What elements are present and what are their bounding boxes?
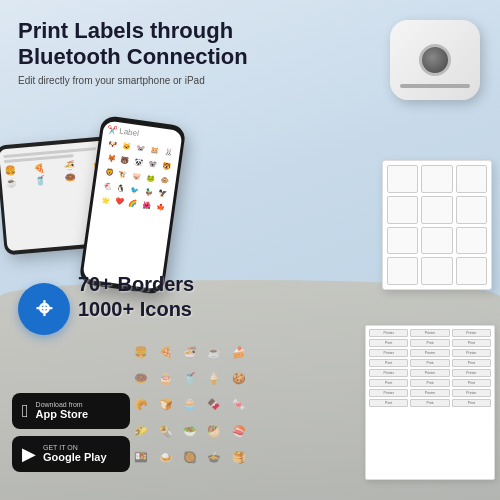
grid-icon: 🥞 <box>228 446 250 470</box>
download-buttons-area:  Download from App Store ▶ GET IT ON Go… <box>12 393 130 472</box>
grid-icon: 🍞 <box>154 393 176 417</box>
grid-icon: 🍛 <box>154 446 176 470</box>
phone-icon: 🐰 <box>162 146 176 160</box>
label-item: Printer <box>369 369 408 377</box>
label-item: Print <box>410 339 449 347</box>
bluetooth-symbol: ⌖ <box>36 295 52 323</box>
bluetooth-icon: ⌖ <box>18 283 70 335</box>
headline-title: Print Labels through Bluetooth Connectio… <box>18 18 340 71</box>
app-store-button[interactable]:  Download from App Store <box>12 393 130 429</box>
label-item: Print <box>410 359 449 367</box>
phone-icon: ❤️ <box>112 195 126 209</box>
label-item: Print <box>410 379 449 387</box>
label-item: Printer <box>369 329 408 337</box>
label-item: Printer <box>452 349 491 357</box>
phone-icon: 🐶 <box>106 138 120 152</box>
label-item: Print <box>452 359 491 367</box>
phone-icon: 🐸 <box>144 172 158 186</box>
phone-icon: 🐼 <box>132 156 146 170</box>
app-store-small-label: Download from <box>36 401 89 408</box>
phone-icon: 🐷 <box>130 170 144 184</box>
label-row: Printer Printer Printer <box>369 369 491 377</box>
grid-icon: 🍬 <box>228 393 250 417</box>
label-sheet-bottom: Printer Printer Printer Print Print Prin… <box>365 325 495 480</box>
printer-lens <box>419 44 451 76</box>
grid-icon: 🍣 <box>228 419 250 443</box>
borders-stat: 70+ Borders <box>78 272 194 297</box>
icons-stat: 1000+ Icons <box>78 297 194 322</box>
google-play-large-label: Google Play <box>43 451 107 464</box>
grid-icon: 🍩 <box>130 366 152 390</box>
printer-body <box>390 20 480 100</box>
phone-icon: 🐭 <box>134 142 148 156</box>
label-item: Print <box>369 359 408 367</box>
label-row: Printer Printer Printer <box>369 329 491 337</box>
phone-icon: 🌺 <box>140 199 154 213</box>
label-row: Print Print Print <box>369 339 491 347</box>
phone-icon: 🦅 <box>156 187 170 201</box>
grid-icon: 🍦 <box>203 366 225 390</box>
label-sheet-top <box>382 160 492 290</box>
label-item: Print <box>452 339 491 347</box>
phone-icon: 🐵 <box>158 173 172 187</box>
label-item: Printer <box>369 389 408 397</box>
label-cell <box>387 257 418 285</box>
grid-icon: 🍔 <box>130 340 152 364</box>
label-cell <box>456 196 487 224</box>
phone-icon: 🦁 <box>103 166 117 180</box>
phone-icon: 🐔 <box>101 180 115 194</box>
label-item: Printer <box>452 369 491 377</box>
label-item: Printer <box>452 389 491 397</box>
google-play-icon: ▶ <box>22 443 36 465</box>
label-item: Print <box>452 399 491 407</box>
label-item: Printer <box>452 329 491 337</box>
label-item: Print <box>369 339 408 347</box>
phone-icons-grid: 🐶 🐱 🐭 🐹 🐰 🦊 🐻 🐼 🐨 🐯 🦁 🐮 🐷 🐸 🐵 🐔 🐧 🐦 🦆 🦅 … <box>96 136 176 217</box>
grid-icon: 🍕 <box>154 340 176 364</box>
grid-icon: 🍱 <box>130 446 152 470</box>
label-item: Printer <box>410 369 449 377</box>
label-cell <box>387 196 418 224</box>
label-row: Printer Printer Printer <box>369 389 491 397</box>
google-play-button[interactable]: ▶ GET IT ON Google Play <box>12 436 130 472</box>
label-item: Printer <box>410 349 449 357</box>
grid-icon: 🥤 <box>179 366 201 390</box>
grid-icon: 🍫 <box>203 393 225 417</box>
phone-icon: 🌟 <box>99 193 113 207</box>
grid-icon: 🌯 <box>154 419 176 443</box>
label-item: Printer <box>410 329 449 337</box>
label-item: Printer <box>410 389 449 397</box>
label-item: Print <box>369 399 408 407</box>
phone-icon: 🦊 <box>104 152 118 166</box>
app-store-large-label: App Store <box>36 408 89 421</box>
phone-icon: 🍁 <box>154 201 168 215</box>
headline-subtitle: Edit directly from your smartphone or iP… <box>18 75 340 86</box>
icon-grid: 🍔 🍕 🍜 ☕ 🍰 🍩 🎂 🥤 🍦 🍪 🥐 🍞 🧁 🍫 🍬 🌮 🌯 🥗 🥙 🍣 … <box>130 340 250 470</box>
label-item: Print <box>410 399 449 407</box>
grid-icon: 🍰 <box>228 340 250 364</box>
apple-icon:  <box>22 401 29 422</box>
label-cell <box>421 227 452 255</box>
phone-icon: 🐱 <box>120 140 134 154</box>
label-item: Print <box>452 379 491 387</box>
label-cell <box>421 165 452 193</box>
phone-icon: 🐦 <box>128 183 142 197</box>
grid-icon: 🎂 <box>154 366 176 390</box>
grid-icon: 🥘 <box>179 446 201 470</box>
grid-icon: 🧁 <box>179 393 201 417</box>
label-cell <box>456 227 487 255</box>
label-row: Print Print Print <box>369 379 491 387</box>
printer-device <box>380 10 490 110</box>
grid-icon: 🍲 <box>203 446 225 470</box>
google-play-small-label: GET IT ON <box>43 444 107 451</box>
grid-icon: 🥐 <box>130 393 152 417</box>
phone-icon: 🐧 <box>114 181 128 195</box>
stats-area: 70+ Borders 1000+ Icons <box>78 272 194 322</box>
label-row: Print Print Print <box>369 399 491 407</box>
phone-icon: 🦆 <box>142 185 156 199</box>
label-cell <box>387 227 418 255</box>
label-cell <box>421 196 452 224</box>
grid-icon: 🌮 <box>130 419 152 443</box>
label-cell <box>387 165 418 193</box>
printer-slot <box>400 84 470 88</box>
